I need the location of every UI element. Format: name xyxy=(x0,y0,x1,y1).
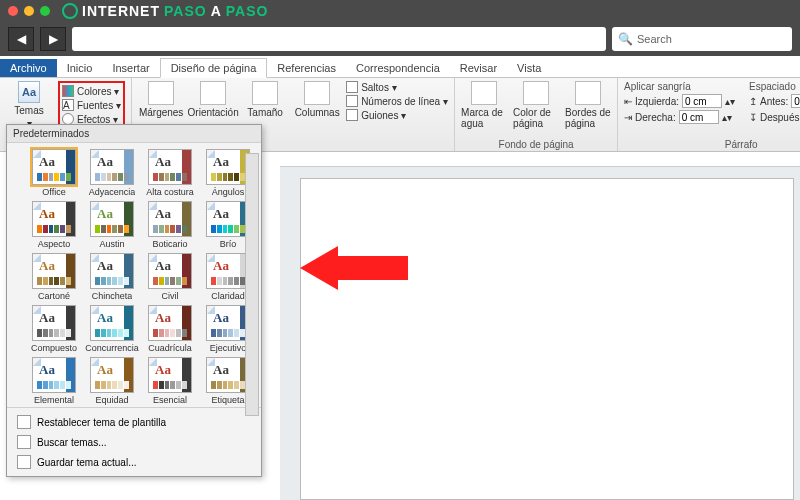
document-area xyxy=(280,152,800,500)
back-button[interactable]: ◀ xyxy=(8,27,34,51)
orientation-button[interactable]: Orientación xyxy=(190,81,236,118)
reset-theme-button[interactable]: Restablecer tema de plantilla xyxy=(13,412,255,432)
url-input[interactable] xyxy=(72,27,606,51)
window-close-icon[interactable] xyxy=(8,6,18,16)
theme-item[interactable]: AaAdyacencia xyxy=(85,149,139,197)
columns-button[interactable]: Columnas xyxy=(294,81,340,118)
theme-item[interactable]: AaChincheta xyxy=(85,253,139,301)
theme-thumb: Aa xyxy=(90,357,134,393)
theme-item[interactable]: AaCartoné xyxy=(27,253,81,301)
theme-item[interactable]: AaCivil xyxy=(143,253,197,301)
theme-thumb: Aa xyxy=(32,201,76,237)
indent-title: Aplicar sangría xyxy=(624,81,735,92)
brand-text-2: PASO xyxy=(164,3,207,19)
theme-caption: Brío xyxy=(220,239,237,249)
hyphenation-button[interactable]: Guiones ▾ xyxy=(346,109,448,121)
theme-thumb: Aa xyxy=(206,253,250,289)
window-min-icon[interactable] xyxy=(24,6,34,16)
tab-correspondencia[interactable]: Correspondencia xyxy=(346,59,450,77)
page-color-icon xyxy=(523,81,549,105)
theme-thumb: Aa xyxy=(148,357,192,393)
indent-right-input[interactable] xyxy=(679,110,719,124)
indent-left-input[interactable] xyxy=(682,94,722,108)
theme-item[interactable]: AaEquidad xyxy=(85,357,139,405)
document-page[interactable] xyxy=(300,178,794,500)
group-label-bg: Fondo de página xyxy=(461,138,611,151)
theme-caption: Etiqueta xyxy=(211,395,244,405)
theme-thumb: Aa xyxy=(32,305,76,341)
page-borders-icon xyxy=(575,81,601,105)
tab-referencias[interactable]: Referencias xyxy=(267,59,346,77)
tab-vista[interactable]: Vista xyxy=(507,59,551,77)
window-max-icon[interactable] xyxy=(40,6,50,16)
breaks-button[interactable]: Saltos ▾ xyxy=(346,81,448,93)
theme-item[interactable]: AaAspecto xyxy=(27,201,81,249)
page-borders-button[interactable]: Bordes de página xyxy=(565,81,611,129)
theme-caption: Austin xyxy=(99,239,124,249)
theme-caption: Ángulos xyxy=(212,187,245,197)
page-color-button[interactable]: Color de página xyxy=(513,81,559,129)
theme-caption: Cuadrícula xyxy=(148,343,192,353)
fonts-button[interactable]: AFuentes ▾ xyxy=(62,99,121,111)
themes-header: Predeterminados xyxy=(7,125,261,143)
line-numbers-button[interactable]: Números de línea ▾ xyxy=(346,95,448,107)
brand-text-1: INTERNET xyxy=(82,3,160,19)
orientation-icon xyxy=(200,81,226,105)
theme-thumb: Aa xyxy=(90,149,134,185)
hyphen-icon xyxy=(346,109,358,121)
site-brand: INTERNET PASO A PASO xyxy=(62,3,268,19)
theme-item[interactable]: AaAlta costura xyxy=(143,149,197,197)
theme-caption: Adyacencia xyxy=(89,187,136,197)
stepper-icon[interactable]: ▴▾ xyxy=(725,96,735,107)
stepper-icon[interactable]: ▴▾ xyxy=(722,112,732,123)
theme-item[interactable]: AaCompuesto xyxy=(27,305,81,353)
theme-item[interactable]: AaElemental xyxy=(27,357,81,405)
theme-item[interactable]: AaBoticario xyxy=(143,201,197,249)
themes-scrollbar[interactable] xyxy=(245,153,259,416)
search-icon: 🔍 xyxy=(618,32,633,46)
save-theme-button[interactable]: Guardar tema actual... xyxy=(13,452,255,472)
theme-thumb: Aa xyxy=(206,201,250,237)
search-input[interactable]: 🔍 Search xyxy=(612,27,792,51)
tab-insertar[interactable]: Insertar xyxy=(102,59,159,77)
spacing-before-icon: ↥ xyxy=(749,96,757,107)
size-button[interactable]: Tamaño xyxy=(242,81,288,118)
theme-caption: Compuesto xyxy=(31,343,77,353)
theme-caption: Aspecto xyxy=(38,239,71,249)
browser-toolbar: ◀ ▶ 🔍 Search xyxy=(0,22,800,56)
margins-button[interactable]: Márgenes xyxy=(138,81,184,118)
theme-caption: Cartoné xyxy=(38,291,70,301)
theme-item[interactable]: AaAustin xyxy=(85,201,139,249)
theme-item[interactable]: AaCuadrícula xyxy=(143,305,197,353)
forward-button[interactable]: ▶ xyxy=(40,27,66,51)
theme-caption: Chincheta xyxy=(92,291,133,301)
colors-button[interactable]: Colores ▾ xyxy=(62,85,121,97)
brand-text-4: PASO xyxy=(226,3,269,19)
theme-item[interactable]: AaEsencial xyxy=(143,357,197,405)
spacing-before-input[interactable] xyxy=(791,94,800,108)
theme-item[interactable]: AaConcurrencia xyxy=(85,305,139,353)
themes-icon: Aa xyxy=(18,81,40,103)
tab-inicio[interactable]: Inicio xyxy=(57,59,103,77)
theme-thumb: Aa xyxy=(90,201,134,237)
brand-logo-icon xyxy=(62,3,78,19)
tab-diseno-pagina[interactable]: Diseño de página xyxy=(160,58,268,78)
watermark-button[interactable]: Marca de agua xyxy=(461,81,507,129)
theme-thumb: Aa xyxy=(148,149,192,185)
tab-file[interactable]: Archivo xyxy=(0,59,57,77)
theme-caption: Civil xyxy=(162,291,179,301)
folder-icon xyxy=(17,435,31,449)
theme-thumb: Aa xyxy=(32,357,76,393)
themes-button[interactable]: Aa Temas ▾ xyxy=(6,81,52,129)
colors-icon xyxy=(62,85,74,97)
window-titlebar: INTERNET PASO A PASO xyxy=(0,0,800,22)
breaks-icon xyxy=(346,81,358,93)
theme-caption: Elemental xyxy=(34,395,74,405)
browse-themes-button[interactable]: Buscar temas... xyxy=(13,432,255,452)
tab-revisar[interactable]: Revisar xyxy=(450,59,507,77)
theme-item[interactable]: AaOffice xyxy=(27,149,81,197)
theme-thumb: Aa xyxy=(206,305,250,341)
spacing-after-icon: ↧ xyxy=(749,112,757,123)
brand-text-3: A xyxy=(211,3,222,19)
theme-caption: Office xyxy=(42,187,65,197)
